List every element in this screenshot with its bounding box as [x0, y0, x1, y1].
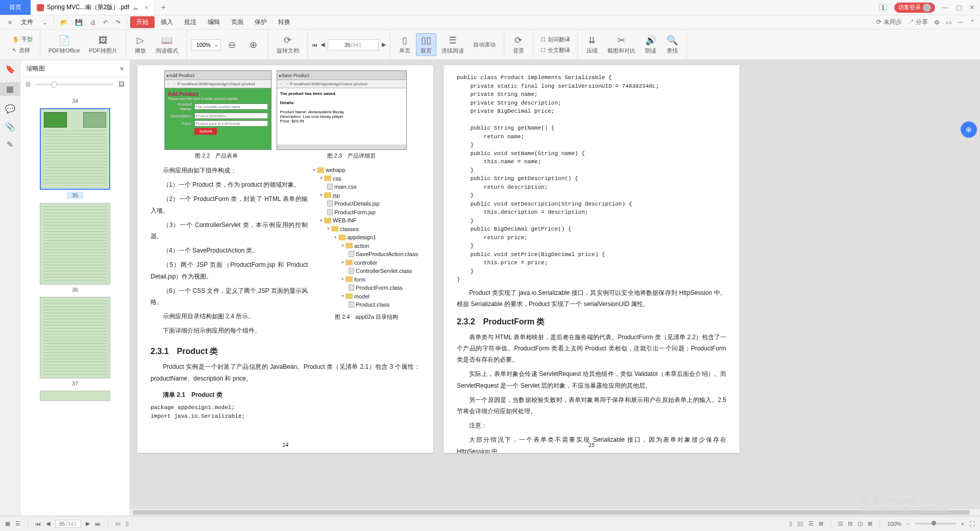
sb-last-page-icon[interactable]: ⏭ — [95, 521, 101, 527]
sb-fit-4-icon[interactable]: ⊞ — [868, 520, 872, 527]
share-button[interactable]: ↗ 分享 — [908, 18, 928, 27]
sidebar-tabs: 🔖 ▦ 💬 📎 ✎ — [0, 60, 20, 516]
zoom-out-icon[interactable]: ⊖ — [222, 37, 242, 53]
redo-icon[interactable]: ↷ — [112, 19, 124, 26]
comment-tab-icon[interactable]: 💬 — [5, 104, 15, 114]
background-button[interactable]: ⟳背景 — [508, 33, 529, 57]
sb-view-icon[interactable]: ▭ — [115, 520, 120, 527]
menu-review[interactable]: 批注 — [179, 18, 202, 27]
sb-layout-3-icon[interactable]: ☰ — [808, 520, 814, 527]
horizontal-scrollbar[interactable] — [130, 509, 980, 516]
close-panel-icon[interactable]: × — [120, 65, 124, 72]
word-translate-button[interactable]: ☐划词翻译 — [537, 35, 573, 44]
sb-layout-4-icon[interactable]: ⊞ — [819, 520, 823, 527]
sb-view-icon-2[interactable]: ▯ — [126, 520, 129, 527]
menu-protect[interactable]: 保护 — [250, 18, 272, 27]
menu-edit[interactable]: 编辑 — [203, 18, 225, 27]
statusbar: ▦ ☰ ⏮ ◀ 35/341 ▶ ⏭ ▭ ▯ ▯ ▯▯ ☰ ⊞ ⊡ ⊟ ◫ ⊞ … — [0, 516, 980, 531]
prev-page-icon[interactable]: ◀ — [321, 41, 325, 48]
thumbnail-36[interactable]: 36 — [26, 203, 125, 293]
sb-fit-1-icon[interactable]: ⊡ — [838, 520, 843, 527]
compress-button[interactable]: ⇊压缩 — [582, 33, 602, 57]
page-number-input[interactable]: 35/341 — [328, 39, 379, 50]
zoom-input[interactable]: ⌄ — [191, 39, 221, 50]
signature-tab-icon[interactable]: ✎ — [7, 140, 13, 149]
bookmark-tab-icon[interactable]: 🔖 — [5, 64, 15, 74]
sb-layout-2-icon[interactable]: ▯▯ — [797, 520, 803, 527]
settings-icon[interactable]: ⚙ — [934, 19, 940, 26]
figure-browser-1: ▸ Add Product ← → ⟳ localhost:8080/appde… — [164, 70, 272, 150]
new-tab-button[interactable]: + — [155, 3, 172, 12]
find-button[interactable]: 🔍查找 — [662, 33, 682, 57]
read-mode-button[interactable]: 📖阅读模式 — [152, 33, 182, 57]
screenshot-button[interactable]: ✂截图和对比 — [603, 33, 640, 57]
skin-icon[interactable]: ▭ — [946, 19, 951, 26]
sb-panel-icon[interactable]: ▦ — [5, 520, 10, 527]
tab-home[interactable]: 首页 — [0, 0, 31, 15]
play-button[interactable]: ▷播放 — [130, 33, 151, 57]
thumb-grid-icon[interactable]: ⊞ — [26, 81, 31, 88]
thumbnails-list[interactable]: 34 35 36 37 — [20, 91, 130, 516]
sb-layout-1-icon[interactable]: ▯ — [789, 520, 792, 527]
chevron-down-icon[interactable]: ⌄ — [39, 19, 51, 26]
close-window-icon[interactable]: ✕ — [969, 4, 975, 11]
sb-prev-page-icon[interactable]: ◀ — [46, 520, 50, 527]
open-icon[interactable]: 📂 — [57, 19, 71, 26]
hamburger-icon[interactable]: ≡ — [5, 19, 15, 26]
continuous-button[interactable]: ☰连续阅读 — [437, 33, 468, 57]
thumbnail-35[interactable]: 35 — [26, 108, 125, 203]
thumbnail-37[interactable]: 37 — [26, 297, 125, 387]
read-aloud-button[interactable]: 🔊朗读 — [641, 33, 661, 57]
menu-convert[interactable]: 转换 — [273, 18, 296, 27]
pdf-to-image-button[interactable]: 🖼PDF转图片 — [85, 33, 121, 57]
minimize-icon[interactable]: — — [942, 4, 949, 11]
attachment-tab-icon[interactable]: 📎 — [5, 122, 15, 132]
rotate-button[interactable]: ⟳旋转文档 — [273, 33, 303, 57]
thumb-size-slider[interactable] — [36, 84, 113, 85]
sb-zoom-out-icon[interactable]: − — [906, 521, 910, 527]
thumbnails-panel: 缩略图 × ⊞ 🖼 34 35 36 37 — [20, 60, 130, 516]
full-translate-button[interactable]: ☐全文翻译 — [537, 45, 573, 55]
floating-assist-button[interactable]: ⊕ — [961, 121, 977, 138]
sb-first-page-icon[interactable]: ⏮ — [35, 521, 41, 527]
undo-icon[interactable]: ↶ — [100, 19, 111, 26]
sb-fullscreen-icon[interactable]: ⛶ — [969, 521, 975, 527]
window-count[interactable]: 1 — [879, 4, 887, 11]
first-page-icon[interactable]: ⏮ — [312, 42, 317, 48]
menu-start[interactable]: 开始 — [130, 16, 155, 28]
single-page-button[interactable]: ▯单页 — [395, 33, 415, 57]
thumbnail-38[interactable] — [26, 391, 125, 401]
print-icon[interactable]: 🖨 — [87, 19, 99, 26]
sb-fit-2-icon[interactable]: ⊟ — [848, 520, 852, 527]
menu-page[interactable]: 页面 — [226, 18, 249, 27]
page-number: 14 — [137, 442, 433, 448]
thumbnails-tab-icon[interactable]: ▦ — [0, 82, 20, 96]
tab-document[interactable]: Spring MVC...南（第2版）.pdf ☁ × — [31, 0, 155, 15]
autoscroll-button[interactable]: 自动滚动 — [469, 39, 500, 50]
collapse-ribbon-icon[interactable]: ⌃ — [970, 19, 975, 26]
sb-zoom-slider[interactable] — [915, 523, 956, 524]
sb-fit-3-icon[interactable]: ◫ — [857, 520, 863, 527]
sync-status[interactable]: ⟳ 未同步 — [876, 18, 901, 27]
thumb-image-icon[interactable]: 🖼 — [118, 81, 125, 88]
close-tab-icon[interactable]: × — [144, 4, 148, 11]
sb-zoom-value[interactable]: 100% — [887, 521, 901, 527]
sb-zoom-in-icon[interactable]: + — [961, 521, 964, 527]
login-label: 访客登录 — [898, 4, 921, 11]
select-tool[interactable]: ↖选择 — [9, 45, 36, 55]
zoom-in-icon[interactable]: ⊕ — [243, 37, 264, 53]
double-page-button[interactable]: ▯▯双页 — [416, 33, 436, 56]
document-viewport[interactable]: ⊕ ▸ Add Product ← → ⟳ localhost:8080/app… — [130, 60, 980, 516]
more-icon[interactable]: ⋯ — [958, 19, 964, 26]
next-page-icon[interactable]: ▶ — [382, 41, 386, 48]
sb-page-input[interactable]: 35/341 — [55, 520, 81, 528]
menu-insert[interactable]: 插入 — [156, 18, 178, 27]
menu-file[interactable]: 文件 — [16, 18, 38, 27]
save-icon[interactable]: 💾 — [72, 19, 86, 26]
sb-list-icon[interactable]: ☰ — [15, 520, 20, 527]
login-button[interactable]: 访客登录 — [894, 3, 935, 13]
maximize-icon[interactable]: ▢ — [956, 4, 962, 11]
pdf-to-office-button[interactable]: 📄PDF转Office — [44, 33, 84, 57]
sb-next-page-icon[interactable]: ▶ — [86, 520, 90, 527]
hand-tool[interactable]: ✋手型 — [9, 35, 36, 44]
